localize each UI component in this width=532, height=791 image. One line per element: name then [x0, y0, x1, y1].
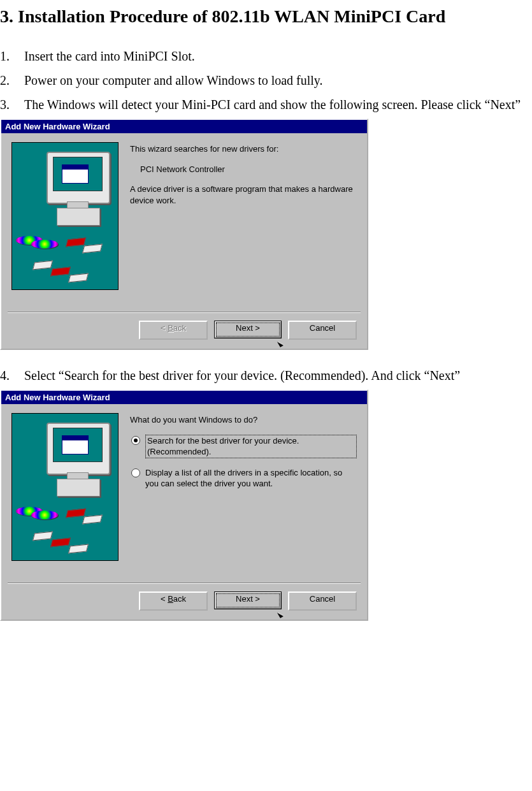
- step-1: 1. Insert the card into MiniPCI Slot.: [0, 46, 532, 66]
- radio-option-list[interactable]: Display a list of all the drivers in a s…: [130, 467, 357, 490]
- wizard-button-row: < Back Next > Cancel: [1, 584, 367, 620]
- step-text: Insert the card into MiniPCI Slot.: [24, 46, 532, 66]
- wizard-dialog-1: Add New Hardware Wizard This wizard sear…: [0, 119, 368, 350]
- step-number: 4.: [0, 365, 24, 386]
- detected-device: PCI Network Controller: [140, 164, 357, 175]
- install-steps-continued: 4. Select “Search for the best driver fo…: [0, 365, 532, 386]
- wizard-button-row: < Back Next > Cancel: [1, 313, 367, 349]
- wizard-dialog-2: Add New Hardware Wizard What do you want…: [0, 389, 368, 621]
- wizard-content: This wizard searches for new drivers for…: [130, 142, 357, 308]
- wizard-content: What do you want Windows to do? Search f…: [130, 413, 357, 579]
- cancel-button[interactable]: Cancel: [288, 321, 357, 340]
- radio-icon: [131, 468, 140, 477]
- step-text: Power on your computer and allow Windows…: [24, 70, 532, 91]
- wizard-titlebar: Add New Hardware Wizard: [1, 391, 367, 404]
- back-button[interactable]: < Back: [139, 591, 208, 611]
- step-number: 1.: [0, 46, 24, 66]
- cancel-button[interactable]: Cancel: [288, 591, 357, 611]
- step-number: 3.: [0, 94, 24, 115]
- wizard-illustration: [11, 142, 119, 290]
- radio-icon: [131, 436, 140, 445]
- wizard-intro-text: This wizard searches for new drivers for…: [130, 143, 357, 155]
- step-4: 4. Select “Search for the best driver fo…: [0, 365, 532, 386]
- next-button[interactable]: Next >: [214, 591, 282, 609]
- step-3: 3. The Windows will detect your Mini-PCI…: [0, 94, 532, 115]
- page-title: 3. Installation Procedure of 802.11b WLA…: [0, 6, 532, 27]
- step-number: 2.: [0, 70, 24, 91]
- back-button: < Back: [139, 321, 208, 340]
- radio-option-search[interactable]: Search for the best driver for your devi…: [130, 435, 357, 458]
- radio-label: Display a list of all the drivers in a s…: [145, 467, 357, 490]
- step-text: The Windows will detect your Mini-PCI ca…: [24, 94, 532, 115]
- wizard-titlebar: Add New Hardware Wizard: [1, 120, 367, 133]
- wizard-illustration: [11, 413, 119, 561]
- next-button[interactable]: Next >: [214, 321, 282, 338]
- install-steps: 1. Insert the card into MiniPCI Slot. 2.…: [0, 46, 532, 115]
- step-text: Select “Search for the best driver for y…: [24, 365, 532, 386]
- step-2: 2. Power on your computer and allow Wind…: [0, 70, 532, 91]
- wizard-description: A device driver is a software program th…: [130, 184, 357, 206]
- wizard-question: What do you want Windows to do?: [130, 414, 357, 426]
- radio-label: Search for the best driver for your devi…: [145, 435, 357, 458]
